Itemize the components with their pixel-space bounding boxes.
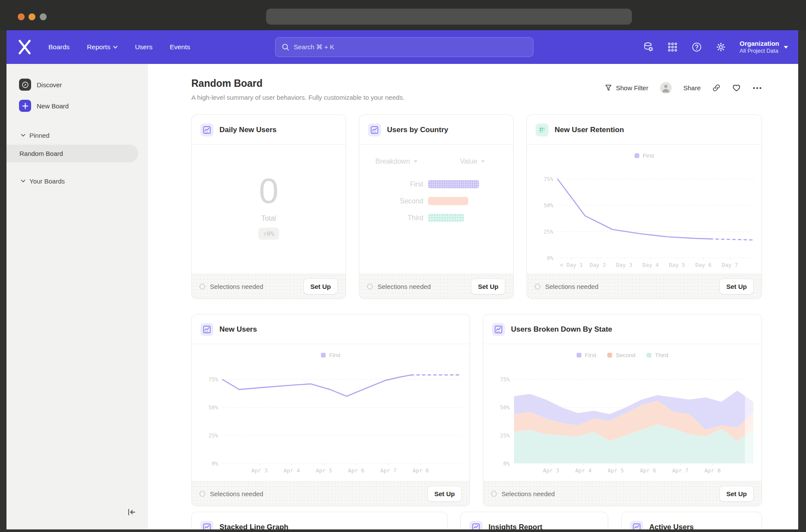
data-management-icon[interactable] bbox=[643, 41, 654, 53]
nav-item-label: Events bbox=[170, 43, 190, 51]
org-project: All Project Data bbox=[739, 48, 779, 54]
window-close-button[interactable] bbox=[18, 13, 25, 20]
nav-item-events[interactable]: Events bbox=[170, 43, 190, 51]
share-button[interactable]: Share bbox=[683, 84, 701, 92]
retention-line-chart: 75%50%25%0%< Day 1Day 2Day 3Day 4Day 5Da… bbox=[528, 160, 760, 272]
line-chart-icon bbox=[200, 521, 213, 529]
copy-link-icon[interactable] bbox=[712, 84, 720, 92]
card-title: Active Users bbox=[649, 523, 694, 529]
card-insights-report[interactable]: Insights Report bbox=[460, 512, 608, 529]
bar-row: Third bbox=[359, 209, 513, 226]
sidebar-section-pinned[interactable]: Pinned bbox=[6, 130, 148, 141]
settings-gear-icon[interactable] bbox=[715, 41, 727, 53]
legend-item: Third bbox=[647, 352, 668, 358]
chart-legend: First bbox=[527, 145, 762, 160]
svg-text:75%: 75% bbox=[208, 376, 218, 383]
filter-funnel-icon bbox=[605, 84, 612, 92]
nav-item-label: Reports bbox=[87, 43, 110, 51]
bar-row: Second bbox=[359, 193, 513, 209]
svg-text:Apr 4: Apr 4 bbox=[284, 467, 300, 474]
card-daily-new-users[interactable]: Daily New Users 0 Total ↑0% bbox=[191, 114, 346, 299]
card-status: Selections needed bbox=[200, 490, 263, 497]
svg-text:50%: 50% bbox=[208, 404, 218, 411]
sidebar: Discover New Board Pinned Random Board Y… bbox=[6, 64, 148, 529]
card-users-by-country[interactable]: Users by Country Breakdown Value bbox=[359, 114, 514, 299]
set-up-button[interactable]: Set Up bbox=[719, 486, 754, 502]
svg-text:Apr 8: Apr 8 bbox=[413, 467, 429, 474]
svg-text:Apr 5: Apr 5 bbox=[316, 467, 332, 474]
status-label: Selections needed bbox=[210, 490, 263, 497]
svg-text:50%: 50% bbox=[543, 202, 553, 209]
legend-swatch bbox=[635, 153, 639, 158]
mixpanel-logo-icon[interactable] bbox=[18, 40, 31, 54]
org-switcher[interactable]: Organization All Project Data bbox=[739, 40, 788, 55]
country-bar-list: First Second Third bbox=[359, 176, 513, 226]
more-options-icon[interactable] bbox=[752, 86, 762, 90]
svg-text:Apr 7: Apr 7 bbox=[381, 467, 397, 474]
set-up-button[interactable]: Set Up bbox=[471, 279, 505, 294]
svg-text:Day 7: Day 7 bbox=[722, 262, 738, 268]
set-up-button[interactable]: Set Up bbox=[427, 486, 462, 502]
line-chart-icon bbox=[200, 124, 213, 136]
bar-label: First bbox=[359, 180, 423, 188]
avatar[interactable] bbox=[660, 82, 672, 94]
page-subtitle: A high-level summary of user behaviors. … bbox=[191, 94, 405, 101]
board-actions: Show Filter Share bbox=[605, 82, 762, 94]
search-input[interactable]: Search ⌘ + K bbox=[275, 37, 533, 57]
sidebar-section-your-boards[interactable]: Your Boards bbox=[6, 175, 148, 187]
browser-tab-placeholder[interactable] bbox=[266, 9, 632, 25]
status-label: Selections needed bbox=[378, 283, 431, 290]
svg-text:0%: 0% bbox=[212, 460, 219, 467]
sidebar-item-random-board[interactable]: Random Board bbox=[6, 145, 138, 162]
svg-text:0%: 0% bbox=[503, 460, 510, 467]
card-users-by-state[interactable]: Users Broken Down By State FirstSecondTh… bbox=[483, 314, 762, 506]
set-up-button[interactable]: Set Up bbox=[719, 279, 754, 294]
card-stacked-line-graph[interactable]: Stacked Line Graph bbox=[191, 512, 447, 529]
svg-text:Apr 7: Apr 7 bbox=[672, 467, 689, 474]
status-circle-icon bbox=[367, 284, 373, 289]
nav-item-reports[interactable]: Reports bbox=[87, 43, 117, 51]
help-icon[interactable] bbox=[691, 41, 702, 53]
breakdown-select[interactable]: Breakdown bbox=[375, 158, 418, 165]
share-label: Share bbox=[683, 84, 701, 92]
value-select[interactable]: Value bbox=[460, 158, 485, 165]
bar-label: Second bbox=[359, 197, 423, 205]
card-title: Insights Report bbox=[489, 523, 543, 529]
app-window: Boards Reports Users Events Search ⌘ + K bbox=[6, 30, 798, 529]
show-filter-label: Show Filter bbox=[616, 84, 648, 92]
nav-item-label: Users bbox=[135, 43, 152, 51]
status-label: Selections needed bbox=[210, 283, 263, 290]
board-link-label: Random Board bbox=[19, 150, 63, 157]
svg-text:75%: 75% bbox=[543, 176, 553, 182]
nav-item-label: Boards bbox=[48, 43, 70, 51]
main-content: Random Board A high-level summary of use… bbox=[148, 64, 798, 529]
svg-text:Apr 3: Apr 3 bbox=[543, 467, 559, 474]
svg-text:25%: 25% bbox=[500, 432, 510, 439]
card-new-users[interactable]: New Users First 75%50%25%0%Apr 3Apr 4Apr… bbox=[191, 314, 470, 506]
sidebar-item-new-board[interactable]: New Board bbox=[6, 97, 148, 114]
metric-label: Total bbox=[192, 215, 346, 222]
status-circle-icon bbox=[200, 284, 205, 289]
svg-text:50%: 50% bbox=[500, 404, 510, 411]
svg-text:Day 2: Day 2 bbox=[590, 262, 606, 268]
set-up-button[interactable]: Set Up bbox=[303, 279, 338, 294]
sidebar-collapse-icon[interactable] bbox=[127, 507, 137, 517]
favorite-heart-icon[interactable] bbox=[732, 84, 741, 92]
nav-item-users[interactable]: Users bbox=[135, 43, 152, 51]
card-active-users[interactable]: Active Users bbox=[621, 512, 762, 529]
legend-swatch bbox=[321, 353, 326, 358]
card-new-user-retention[interactable]: New User Retention First 75%50%25%0%< Da… bbox=[527, 114, 762, 299]
section-label: Pinned bbox=[29, 132, 50, 139]
svg-text:Apr 5: Apr 5 bbox=[608, 467, 624, 474]
show-filter-button[interactable]: Show Filter bbox=[605, 84, 648, 92]
svg-text:Day 4: Day 4 bbox=[642, 262, 659, 268]
svg-text:Apr 4: Apr 4 bbox=[575, 467, 592, 474]
svg-text:Apr 3: Apr 3 bbox=[251, 467, 268, 474]
sidebar-item-discover[interactable]: Discover bbox=[6, 76, 148, 93]
nav-item-boards[interactable]: Boards bbox=[48, 43, 70, 51]
window-minimize-button[interactable] bbox=[29, 13, 35, 20]
window-zoom-button[interactable] bbox=[40, 13, 47, 20]
card-status: Selections needed bbox=[367, 283, 431, 290]
section-label: Your Boards bbox=[29, 177, 65, 185]
apps-grid-icon[interactable] bbox=[667, 41, 678, 53]
